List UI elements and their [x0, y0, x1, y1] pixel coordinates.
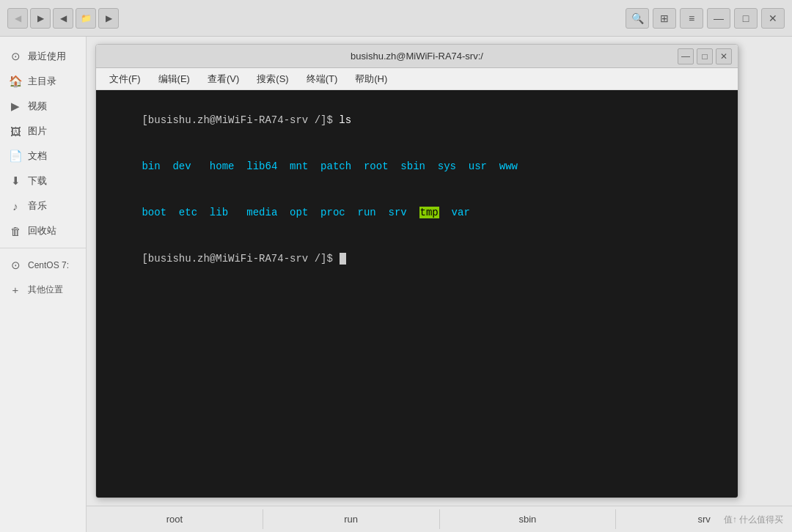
menu-file[interactable]: 文件(F) [102, 70, 148, 88]
term-root: root [364, 160, 400, 172]
sidebar-label-other: 其他位置 [28, 284, 63, 296]
term-srv: srv [389, 207, 419, 218]
menu-help[interactable]: 帮助(H) [348, 70, 395, 88]
sidebar-item-documents[interactable]: 📄 文档 [0, 144, 86, 169]
watermark: 值↑ 什么值得买 [724, 514, 783, 526]
terminal-ls-row1: bin dev home lib64 mnt patch root sbin s… [105, 144, 729, 190]
sidebar-item-downloads[interactable]: ⬇ 下载 [0, 169, 86, 193]
nav-folder-button[interactable]: 📁 [76, 8, 96, 29]
terminal-titlebar: busishu.zh@MiWiFi-RA74-srv:/ — □ ✕ [96, 45, 738, 68]
sidebar-item-recent[interactable]: ⊙ 最近使用 [0, 44, 86, 69]
sidebar: ⊙ 最近使用 🏠 主目录 ▶ 视频 🖼 图片 📄 文档 ⬇ 下载 ♪ 音乐 🗑 … [0, 37, 87, 532]
menu-terminal[interactable]: 终端(T) [299, 70, 345, 88]
sidebar-divider [0, 248, 86, 248]
sidebar-label-recent: 最近使用 [28, 50, 66, 63]
centos-icon: ⊙ [9, 259, 22, 272]
bottom-item-sbin[interactable]: sbin [440, 509, 617, 529]
music-icon: ♪ [9, 200, 22, 213]
terminal-cmd1: ls [339, 114, 351, 126]
terminal-title: busishu.zh@MiWiFi-RA74-srv:/ [351, 51, 483, 62]
nav-back-button[interactable]: ◀ [7, 8, 28, 29]
sidebar-label-downloads: 下载 [28, 174, 47, 188]
menu-search[interactable]: 搜索(S) [249, 70, 296, 88]
menu-top-button[interactable]: ≡ [680, 8, 703, 29]
menu-view[interactable]: 查看(V) [200, 70, 246, 88]
term-opt: opt [290, 207, 320, 218]
sidebar-label-pictures: 图片 [28, 125, 47, 138]
terminal-close-button[interactable]: ✕ [716, 48, 732, 64]
term-home: home [210, 160, 246, 172]
sidebar-item-trash[interactable]: 🗑 回收站 [0, 218, 86, 243]
maximize-top-button[interactable]: □ [734, 8, 758, 29]
nav-prev-button[interactable]: ◀ [53, 8, 73, 29]
sidebar-label-music: 音乐 [28, 199, 47, 213]
home-icon: 🏠 [9, 75, 22, 88]
term-media: media [246, 207, 290, 218]
sidebar-item-video[interactable]: ▶ 视频 [0, 94, 86, 119]
terminal-minimize-button[interactable]: — [678, 48, 694, 64]
top-bar: ◀ ▶ ◀ 📁 ▶ 🔍 ⊞ ≡ — □ ✕ [0, 0, 792, 37]
sidebar-label-trash: 回收站 [28, 224, 56, 237]
sidebar-label-video: 视频 [28, 100, 47, 113]
minimize-top-button[interactable]: — [707, 8, 730, 29]
terminal-cursor [340, 253, 346, 265]
term-tmp: tmp [419, 207, 439, 218]
search-top-button[interactable]: 🔍 [626, 8, 649, 29]
sidebar-item-home[interactable]: 🏠 主目录 [0, 69, 86, 94]
term-run: run [358, 207, 389, 218]
term-mnt: mnt [290, 160, 320, 172]
bottom-bar: root run sbin srv [87, 506, 792, 532]
term-proc: proc [320, 207, 357, 218]
video-icon: ▶ [9, 100, 22, 113]
term-usr: usr [469, 160, 499, 172]
sidebar-item-centos[interactable]: ⊙ CentOS 7: [0, 253, 86, 278]
term-dev: dev [172, 160, 209, 172]
bottom-item-root[interactable]: root [87, 509, 263, 529]
term-sys: sys [438, 160, 469, 172]
terminal-line-prompt2: [busishu.zh@MiWiFi-RA74-srv /]$ [105, 236, 729, 282]
top-right-buttons: 🔍 ⊞ ≡ — □ ✕ [626, 8, 785, 29]
trash-icon: 🗑 [9, 225, 22, 237]
sidebar-label-documents: 文档 [28, 149, 47, 163]
nav-next-button[interactable]: ▶ [98, 8, 119, 29]
term-sbin: sbin [400, 160, 437, 172]
terminal-window-controls: — □ ✕ [678, 48, 732, 64]
terminal-line-prompt1: [busishu.zh@MiWiFi-RA74-srv /]$ ls [105, 97, 729, 144]
documents-icon: 📄 [9, 149, 22, 163]
term-boot: boot [142, 207, 178, 218]
terminal-body[interactable]: [busishu.zh@MiWiFi-RA74-srv /]$ ls bin d… [96, 90, 738, 498]
terminal-window: busishu.zh@MiWiFi-RA74-srv:/ — □ ✕ 文件(F)… [95, 44, 738, 498]
sidebar-label-home: 主目录 [28, 75, 56, 88]
term-www: www [499, 160, 518, 172]
terminal-menubar: 文件(F) 编辑(E) 查看(V) 搜索(S) 终端(T) 帮助(H) [96, 68, 738, 90]
recent-icon: ⊙ [9, 50, 22, 63]
pictures-icon: 🖼 [9, 125, 22, 138]
close-top-button[interactable]: ✕ [761, 8, 785, 29]
grid-top-button[interactable]: ⊞ [653, 8, 676, 29]
sidebar-label-centos: CentOS 7: [28, 260, 69, 270]
sidebar-item-other[interactable]: + 其他位置 [0, 278, 86, 302]
term-lib: lib [210, 207, 246, 218]
terminal-maximize-button[interactable]: □ [697, 48, 713, 64]
sidebar-item-music[interactable]: ♪ 音乐 [0, 193, 86, 218]
bottom-item-run[interactable]: run [263, 509, 440, 529]
term-bin: bin [142, 160, 172, 172]
other-icon: + [9, 284, 22, 296]
term-lib64: lib64 [246, 160, 290, 172]
term-patch: patch [320, 160, 364, 172]
term-var: var [439, 207, 470, 218]
menu-edit[interactable]: 编辑(E) [151, 70, 197, 88]
sidebar-item-pictures[interactable]: 🖼 图片 [0, 119, 86, 144]
nav-forward-button[interactable]: ▶ [30, 8, 51, 29]
terminal-prompt1: [busishu.zh@MiWiFi-RA74-srv /]$ [142, 114, 339, 126]
term-etc: etc [179, 207, 210, 218]
terminal-prompt2: [busishu.zh@MiWiFi-RA74-srv /]$ [142, 253, 339, 265]
terminal-ls-row2: boot etc lib media opt proc run srv tmp … [105, 190, 729, 236]
downloads-icon: ⬇ [9, 174, 22, 188]
